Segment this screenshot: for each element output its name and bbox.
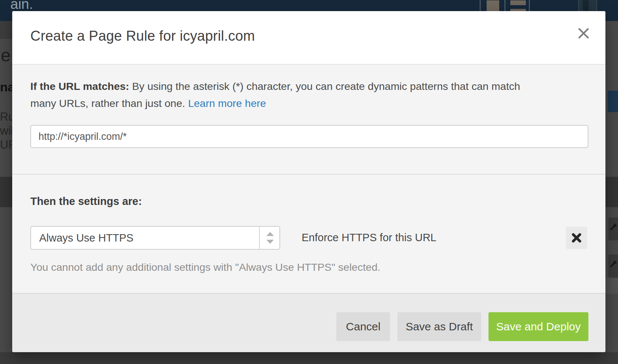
select-stepper	[259, 227, 279, 249]
close-icon	[576, 26, 591, 41]
remove-icon	[570, 232, 583, 244]
background-table-header-band	[605, 177, 618, 207]
setting-select[interactable]: Always Use HTTPS	[30, 226, 280, 250]
save-and-deploy-button[interactable]: Save and Deploy	[488, 312, 588, 341]
setting-restriction-note: You cannot add any additional settings w…	[30, 261, 380, 273]
background-edit-rule-button	[608, 255, 618, 277]
background-table-header-band	[0, 177, 12, 207]
chevron-down-icon	[266, 240, 274, 244]
remove-setting-button[interactable]	[566, 227, 587, 249]
background-bottom-band	[0, 352, 618, 364]
section-divider	[12, 174, 605, 175]
background-domain-text-fragment: ain.	[10, 0, 33, 12]
modal-header: Create a Page Rule for icyapril.com	[12, 11, 605, 65]
url-match-label: If the URL matches:	[30, 80, 129, 92]
close-button[interactable]	[574, 24, 593, 43]
background-subnav-band	[0, 21, 12, 39]
url-match-help-text: If the URL matches: By using the asteris…	[30, 78, 545, 112]
background-text-fragment: e	[1, 45, 11, 65]
settings-heading: Then the settings are:	[30, 195, 142, 208]
list-view-icon	[510, 0, 526, 5]
screen: ain. e nav Ru will UR Create a Page Rule…	[0, 0, 618, 364]
setting-select-value: Always Use HTTPS	[39, 227, 134, 249]
setting-description: Enforce HTTPS for this URL	[302, 232, 436, 244]
create-page-rule-modal: Create a Page Rule for icyapril.com If t…	[12, 11, 605, 352]
cancel-button[interactable]: Cancel	[336, 312, 390, 341]
background-row-band	[605, 278, 618, 294]
modal-footer: Cancel Save as Draft Save and Deploy	[12, 293, 605, 352]
url-pattern-input[interactable]	[30, 125, 588, 148]
modal-title: Create a Page Rule for icyapril.com	[30, 28, 255, 44]
learn-more-link[interactable]: Learn more here	[188, 97, 266, 109]
save-as-draft-button[interactable]: Save as Draft	[397, 312, 481, 341]
background-edit-rule-button	[608, 218, 618, 240]
background-create-rule-button-fragment	[608, 91, 618, 112]
wrench-icon	[609, 223, 617, 232]
chevron-up-icon	[266, 232, 274, 236]
wrench-icon	[609, 260, 617, 269]
